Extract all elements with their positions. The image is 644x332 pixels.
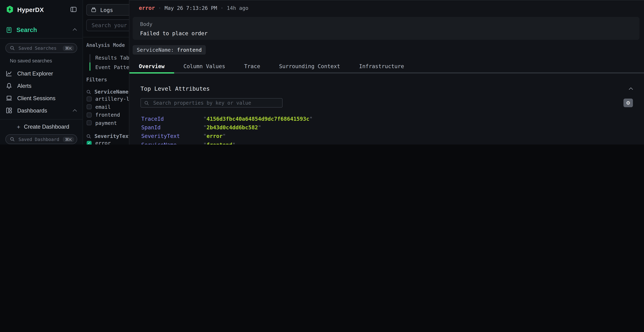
attribute-value[interactable]: 4156d3fbc40a64854d9dc7f68641593c xyxy=(203,116,312,122)
event-timestamp: May 26 7:13:26 PM xyxy=(164,5,217,11)
filter-group-label[interactable]: ServiceName xyxy=(94,89,128,95)
top-level-attributes-table: TraceId4156d3fbc40a64854d9dc7f68641593c … xyxy=(140,115,633,144)
body-label: Body xyxy=(140,21,632,27)
hyperdx-logo-icon xyxy=(6,5,14,14)
attribute-value[interactable]: 2b43d0c4dd6bc582 xyxy=(203,124,261,130)
search-icon xyxy=(144,100,149,105)
attribute-row: SpanId2b43d0c4dd6bc582 xyxy=(140,123,633,132)
chart-icon xyxy=(6,70,12,77)
bell-icon xyxy=(6,82,12,89)
attribute-value[interactable]: error xyxy=(203,133,226,139)
attribute-row: ServiceNamefrontend xyxy=(140,140,633,144)
event-relative-time: 14h ago xyxy=(227,5,248,11)
attribute-key[interactable]: TraceId xyxy=(141,116,204,122)
attribute-row: SeverityTexterror xyxy=(140,132,633,140)
checkbox[interactable] xyxy=(86,104,92,110)
body-value: Failed to place order xyxy=(140,30,632,36)
checkbox[interactable] xyxy=(86,112,92,118)
attribute-key[interactable]: ServiceName xyxy=(141,142,204,144)
brand-row: HyperDX xyxy=(0,0,82,17)
laptop-icon xyxy=(6,95,12,102)
sidebar-item-dashboards[interactable]: Dashboards xyxy=(0,104,82,117)
search-icon xyxy=(10,46,15,50)
attribute-key[interactable]: SeverityText xyxy=(141,133,204,139)
event-detail-panel: error · May 26 7:13:26 PM · 14h ago Body… xyxy=(129,0,644,144)
nav-label: Dashboards xyxy=(17,107,69,114)
tab-column-values[interactable]: Column Values xyxy=(174,60,235,74)
search-icon xyxy=(86,89,91,94)
sidebar-item-alerts[interactable]: Alerts xyxy=(0,80,82,92)
brand-name: HyperDX xyxy=(17,6,67,13)
severity-badge: error xyxy=(139,5,155,11)
collapse-sidebar-icon[interactable] xyxy=(70,6,77,13)
plus-icon: + xyxy=(17,125,20,129)
chevron-up-icon[interactable] xyxy=(73,109,77,113)
gear-icon: ⚙ xyxy=(626,100,630,105)
tab-overview[interactable]: Overview xyxy=(129,60,174,74)
sidebar-item-search[interactable]: Search xyxy=(0,21,82,38)
mode-track xyxy=(90,54,90,71)
create-dashboard-label: Create Dashboard xyxy=(24,124,69,130)
filter-group-label[interactable]: SeverityText xyxy=(94,133,132,139)
app-root: HyperDX Search ⌘ xyxy=(0,0,644,144)
saved-dashboards-input[interactable]: ⌘K xyxy=(5,134,77,144)
section-title: Top Level Attributes xyxy=(140,86,630,92)
top-level-attributes-section: Top Level Attributes ⚙ TraceId4156d3fbc4… xyxy=(129,86,644,144)
no-saved-searches: No saved searches xyxy=(10,58,82,64)
sidebar-search-label: Search xyxy=(16,26,70,33)
source-label: Logs xyxy=(100,7,113,13)
tab-infrastructure[interactable]: Infrastructure xyxy=(350,60,414,74)
service-name-chip[interactable]: ServiceName: frontend xyxy=(133,45,206,55)
create-dashboard-button[interactable]: + Create Dashboard xyxy=(0,120,82,130)
tab-surrounding-context[interactable]: Surrounding Context xyxy=(270,60,350,74)
property-search-input[interactable] xyxy=(140,98,282,108)
checkbox[interactable] xyxy=(86,120,92,126)
tab-trace[interactable]: Trace xyxy=(235,60,270,74)
checkbox[interactable] xyxy=(86,96,92,102)
detail-tabs: Overview Column Values Trace Surrounding… xyxy=(129,60,644,74)
attribute-row: TraceId4156d3fbc40a64854d9dc7f68641593c xyxy=(140,115,633,123)
journal-icon xyxy=(6,26,12,33)
chevron-up-icon[interactable] xyxy=(73,28,77,32)
nav-label: Alerts xyxy=(17,83,77,89)
nav-label: Client Sessions xyxy=(17,95,77,101)
dashboards-icon xyxy=(6,107,12,114)
search-icon xyxy=(86,134,91,139)
checkbox-checked[interactable] xyxy=(86,141,92,144)
attribute-value[interactable]: frontend xyxy=(203,142,236,144)
nav-label: Chart Explorer xyxy=(17,70,77,76)
sidebar-item-client-sessions[interactable]: Client Sessions xyxy=(0,92,82,104)
kbd-shortcut: ⌘K xyxy=(63,136,74,142)
sidebar-item-chart-explorer[interactable]: Chart Explorer xyxy=(0,68,82,80)
event-header: error · May 26 7:13:26 PM · 14h ago xyxy=(129,0,644,16)
attributes-settings-button[interactable]: ⚙ xyxy=(624,98,633,107)
kbd-shortcut: ⌘K xyxy=(63,46,74,51)
logs-source-icon xyxy=(91,7,96,13)
search-icon xyxy=(10,137,15,142)
saved-searches-input[interactable]: ⌘K xyxy=(5,43,77,53)
sidebar: HyperDX Search ⌘ xyxy=(0,0,83,144)
divider xyxy=(0,38,82,39)
body-card: Body Failed to place order xyxy=(133,17,640,40)
attribute-key[interactable]: SpanId xyxy=(141,124,204,130)
